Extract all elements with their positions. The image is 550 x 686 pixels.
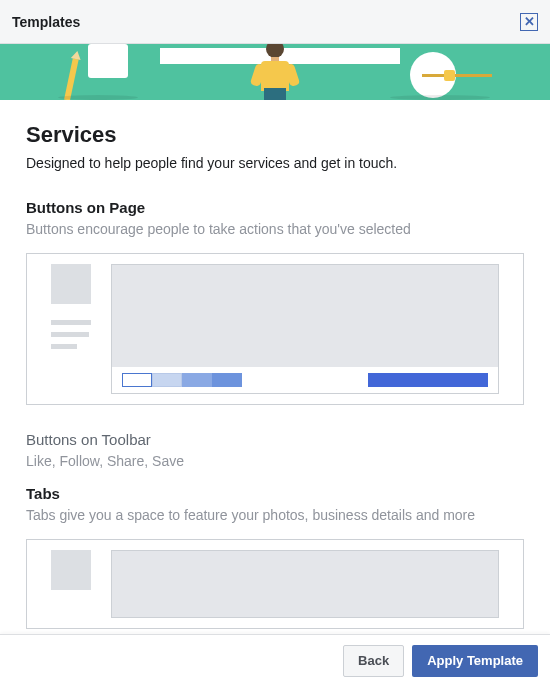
buttons-on-toolbar-heading: Buttons on Toolbar <box>26 431 524 448</box>
hero-illustration <box>0 44 550 100</box>
section-title: Services <box>26 122 524 148</box>
preview-avatar-placeholder <box>51 264 91 304</box>
tabs-desc: Tabs give you a space to feature your ph… <box>26 506 524 525</box>
modal-header: Templates ✕ <box>0 0 550 44</box>
buttons-on-page-heading: Buttons on Page <box>26 199 524 216</box>
buttons-on-page-desc: Buttons encourage people to take actions… <box>26 220 524 239</box>
buttons-on-page-preview <box>26 253 524 405</box>
preview-button-group <box>122 373 242 387</box>
preview-cta-placeholder <box>368 373 488 387</box>
close-icon[interactable]: ✕ <box>520 13 538 31</box>
tabs-preview <box>26 539 524 629</box>
preview-cover-placeholder <box>112 265 498 367</box>
modal-footer: Back Apply Template <box>0 634 550 686</box>
tabs-heading: Tabs <box>26 485 524 502</box>
preview-avatar-placeholder <box>51 550 91 590</box>
back-button[interactable]: Back <box>343 645 404 677</box>
apply-template-button[interactable]: Apply Template <box>412 645 538 677</box>
modal-body[interactable]: Services Designed to help people find yo… <box>0 100 550 634</box>
modal-title: Templates <box>12 14 80 30</box>
buttons-on-toolbar-desc: Like, Follow, Share, Save <box>26 452 524 471</box>
preview-cover-placeholder <box>112 551 498 617</box>
section-description: Designed to help people find your servic… <box>26 154 524 173</box>
